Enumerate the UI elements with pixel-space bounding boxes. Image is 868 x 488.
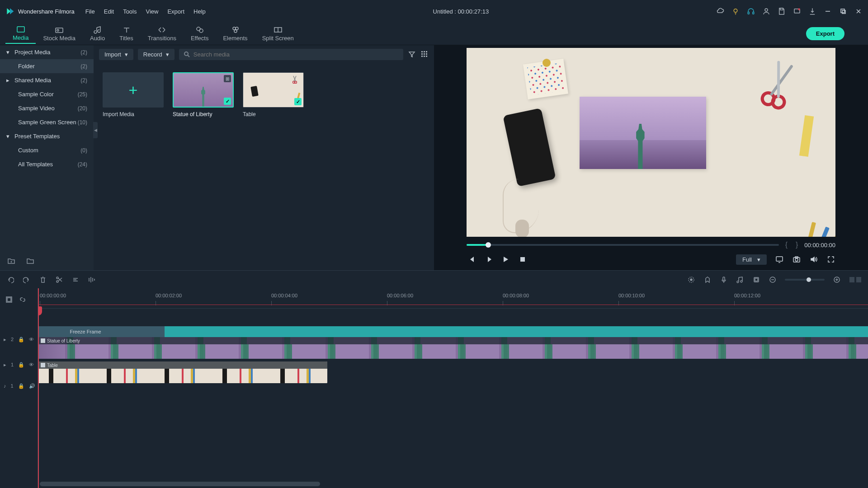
crop-icon[interactable] (71, 276, 80, 284)
filter-icon[interactable] (408, 50, 416, 58)
cloud-icon[interactable] (716, 7, 724, 15)
voiceover-icon[interactable] (720, 276, 728, 284)
track-v1[interactable]: Table (38, 361, 868, 383)
save-icon[interactable] (778, 7, 786, 15)
import-media-thumb[interactable]: + (103, 72, 164, 108)
mark-in-icon[interactable]: { (783, 241, 789, 249)
window-minimize-icon[interactable] (824, 8, 832, 14)
link-icon[interactable] (19, 296, 26, 303)
sidebar-item-sample-video[interactable]: Sample Video(20) (0, 101, 94, 115)
track-visible-icon[interactable]: 👁 (29, 362, 34, 367)
folder-icon[interactable] (26, 258, 34, 265)
track-visible-icon[interactable]: 👁 (29, 337, 34, 342)
media-thumb[interactable]: ⊞ ✓ (173, 72, 234, 108)
tab-effects[interactable]: Effects (184, 24, 216, 43)
timeline-h-scrollbar[interactable] (40, 482, 320, 486)
sidebar-item-sample-green-screen[interactable]: Sample Green Screen(10) (0, 115, 94, 129)
sidebar-item-preset-templates[interactable]: ▾Preset Templates (0, 129, 94, 143)
search-media[interactable] (179, 49, 403, 60)
menu-help[interactable]: Help (193, 8, 206, 15)
scrubber-handle[interactable] (486, 242, 491, 248)
split-icon[interactable] (55, 276, 63, 284)
zoom-fit-icon[interactable] (849, 276, 862, 284)
playhead[interactable] (38, 288, 39, 488)
track-lock-icon[interactable]: 🔒 (18, 383, 24, 389)
collapse-sidebar-handle[interactable]: ◀ (93, 122, 98, 138)
sidebar-item-folder[interactable]: Folder(2) (0, 59, 94, 73)
track-lock-icon[interactable]: 🔒 (18, 362, 24, 368)
tab-elements[interactable]: Elements (216, 24, 255, 43)
tab-media[interactable]: Media (5, 23, 36, 44)
headphones-icon[interactable] (747, 7, 755, 15)
tab-audio[interactable]: Audio (83, 24, 112, 43)
window-maximize-icon[interactable] (839, 8, 847, 14)
timeline-body[interactable]: 00:00:00:00 00:00:02:00 00:00:04:00 00:0… (38, 288, 868, 488)
mark-out-icon[interactable]: } (794, 241, 800, 249)
media-item-table[interactable]: ✓ Table (243, 72, 304, 117)
search-input[interactable] (193, 51, 399, 58)
media-item-statue-of-liberty[interactable]: ⊞ ✓ Statue of Liberty (173, 72, 234, 117)
zoom-out-icon[interactable] (769, 276, 777, 284)
preview-earbud (515, 220, 529, 237)
sidebar-item-custom[interactable]: Custom(0) (0, 143, 94, 157)
sidebar-item-sample-color[interactable]: Sample Color(25) (0, 87, 94, 101)
play-button[interactable] (501, 255, 510, 264)
menu-export[interactable]: Export (167, 8, 184, 15)
zoom-slider[interactable] (785, 279, 825, 281)
effect-freeze-frame[interactable]: Freeze Frame (38, 326, 165, 337)
sidebar-item-all-templates[interactable]: All Templates(24) (0, 157, 94, 171)
play-pause-button[interactable] (484, 255, 493, 264)
render-icon[interactable] (687, 276, 695, 284)
notification-icon[interactable] (793, 7, 801, 15)
menu-tools[interactable]: Tools (123, 8, 137, 15)
record-dropdown[interactable]: Record▾ (138, 49, 175, 60)
zoom-handle[interactable] (807, 277, 811, 282)
media-thumb[interactable]: ✓ (243, 72, 304, 108)
sidebar-item-project-media[interactable]: ▾Project Media(2) (0, 45, 94, 59)
tab-titles[interactable]: Titles (112, 24, 141, 43)
stop-button[interactable] (518, 255, 527, 264)
sidebar-item-shared-media[interactable]: ▸Shared Media(2) (0, 73, 94, 87)
clip-table[interactable]: Table (38, 361, 327, 383)
add-to-timeline-icon[interactable]: ⊞ (224, 75, 231, 82)
snapshot-icon[interactable] (792, 255, 801, 264)
lightbulb-icon[interactable] (731, 7, 740, 15)
marker-icon[interactable] (703, 276, 712, 284)
import-dropdown[interactable]: Import▾ (99, 49, 133, 60)
delete-icon[interactable] (39, 276, 47, 284)
timeline-ruler[interactable]: 00:00:00:00 00:00:02:00 00:00:04:00 00:0… (38, 288, 868, 311)
preview-scrubber[interactable] (467, 244, 779, 246)
keyframe-icon[interactable] (752, 276, 760, 284)
effect-bar[interactable]: Freeze Frame (38, 326, 868, 337)
preview-quality-dropdown[interactable]: Full▾ (736, 254, 767, 265)
display-settings-icon[interactable] (775, 255, 784, 264)
prev-frame-button[interactable] (467, 255, 476, 264)
preview-canvas[interactable] (467, 48, 835, 237)
menu-view[interactable]: View (146, 8, 158, 15)
track-mute-icon[interactable]: 🔊 (29, 383, 35, 389)
audio-mixer-icon[interactable] (736, 276, 744, 284)
menu-edit[interactable]: Edit (104, 8, 114, 15)
window-close-icon[interactable] (854, 8, 863, 14)
track-a1[interactable] (38, 386, 868, 402)
grid-view-icon[interactable] (420, 50, 429, 58)
download-icon[interactable] (808, 7, 816, 15)
user-icon[interactable] (762, 7, 770, 15)
fullscreen-icon[interactable] (826, 255, 835, 264)
zoom-in-icon[interactable] (833, 276, 841, 284)
speed-icon[interactable] (88, 276, 96, 284)
volume-icon[interactable] (809, 255, 818, 264)
track-lock-icon[interactable]: 🔒 (18, 337, 24, 343)
undo-icon[interactable] (6, 276, 14, 284)
tab-split-screen[interactable]: Split Screen (255, 24, 301, 43)
clip-statue-of-liberty[interactable]: Statue of Liberty (38, 337, 868, 359)
track-v2[interactable]: Statue of Liberty (38, 337, 868, 359)
menu-file[interactable]: File (85, 8, 95, 15)
track-manager-icon[interactable] (5, 296, 13, 303)
redo-icon[interactable] (23, 276, 31, 284)
export-button[interactable]: Export (806, 27, 844, 40)
new-folder-icon[interactable] (7, 258, 15, 265)
tab-stock-media[interactable]: Stock Media (36, 24, 83, 43)
media-item-import[interactable]: + Import Media (103, 72, 164, 117)
tab-transitions[interactable]: Transitions (141, 24, 184, 43)
